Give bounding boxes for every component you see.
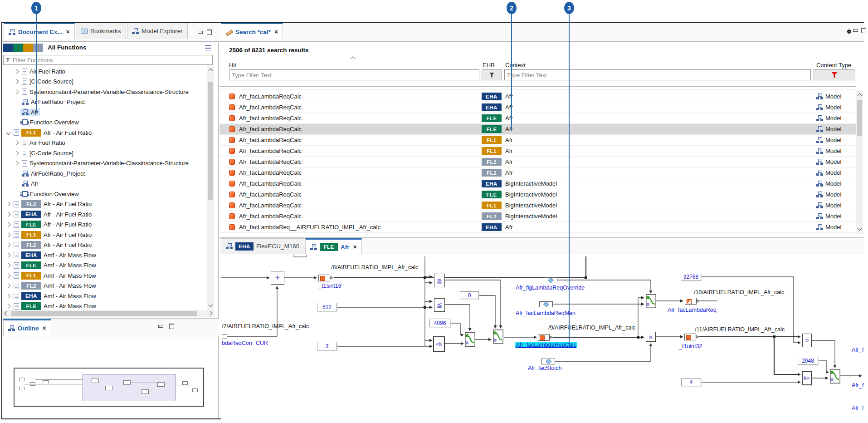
minimize-button[interactable] bbox=[158, 323, 163, 329]
expander-icon[interactable] bbox=[6, 273, 11, 278]
search-result-row[interactable]: Afr_facLambdaReqCalc EHA Afr Model bbox=[219, 91, 856, 102]
expander-icon[interactable] bbox=[15, 141, 19, 145]
tree-item[interactable]: [C-Code Source] bbox=[2, 77, 207, 87]
constant-512[interactable]: 512 bbox=[317, 303, 337, 311]
sequence-connector-10[interactable] bbox=[685, 298, 697, 305]
ehb-filter-button[interactable] bbox=[482, 69, 502, 80]
tree-item[interactable]: Function Overview bbox=[2, 118, 207, 128]
tree-item[interactable]: Afr bbox=[2, 107, 207, 118]
port-afr-facstoich[interactable] bbox=[541, 359, 555, 364]
explorer-tab[interactable]: Model Explorer × bbox=[127, 23, 188, 39]
expander-icon[interactable] bbox=[6, 294, 11, 298]
signal-out-1[interactable]: Afr_fl bbox=[852, 347, 864, 353]
search-result-row[interactable]: Afr_facLambdaReqCalc FL1 Afr Model bbox=[219, 135, 856, 146]
outline-thumbnail[interactable] bbox=[14, 368, 204, 407]
expander-icon[interactable] bbox=[6, 263, 11, 268]
tree-item[interactable]: AirFuelRatio_Project bbox=[2, 168, 207, 179]
scroll-up-icon[interactable] bbox=[209, 69, 213, 73]
scrollbar-thumb[interactable] bbox=[208, 82, 213, 200]
signal-req[interactable]: Afr_facLambdaReq bbox=[668, 307, 717, 313]
column-header-content-type[interactable]: Content Type bbox=[816, 62, 851, 69]
tree-item[interactable]: FLE Amf - Air Mass Flow bbox=[2, 261, 207, 271]
tree-item[interactable]: FLE Amf - Air Mass Flow bbox=[2, 301, 207, 310]
model-diagram-canvas[interactable]: + ≧ ≦ «k × > k» 512 3 0 bbox=[221, 254, 864, 420]
constant-0[interactable]: 0 bbox=[460, 291, 479, 299]
constant-32768[interactable]: 32768 bbox=[681, 273, 701, 281]
tree-vertical-scrollbar[interactable] bbox=[207, 66, 214, 310]
tree-item[interactable]: FLE Afr - Air Fuel Ratio bbox=[2, 220, 207, 230]
search-result-row[interactable]: Afr_facLambdaReqCalc FL2 BigInteractiveM… bbox=[219, 211, 856, 222]
tree-item[interactable]: FL2 Afr - Air Fuel Ratio bbox=[2, 240, 207, 251]
search-result-row[interactable]: Afr_facLambdaReqCalc FLE BigInteractiveM… bbox=[219, 189, 856, 200]
expander-icon[interactable] bbox=[6, 253, 11, 257]
minimize-button[interactable] bbox=[853, 27, 858, 33]
signal-override[interactable]: Afr_flgLambdaReqOverride bbox=[516, 285, 585, 291]
explorer-tab[interactable]: Document Ex... × bbox=[4, 23, 75, 39]
tab-search[interactable]: Search *cal* × bbox=[221, 23, 283, 39]
signal-t1sint16[interactable]: _t1sint16 bbox=[318, 283, 341, 289]
context-filter-input[interactable] bbox=[504, 69, 811, 80]
search-result-row[interactable]: Afr_facLambdaReqCalc EHA BigInteractiveM… bbox=[219, 178, 856, 189]
scroll-down-icon[interactable] bbox=[858, 226, 862, 231]
maximize-button[interactable] bbox=[861, 27, 866, 33]
tree-item[interactable]: FL1 Afr - Air Fuel Ratio bbox=[2, 128, 207, 138]
expander-icon[interactable] bbox=[6, 130, 11, 135]
expander-icon[interactable] bbox=[6, 212, 11, 216]
shift-left-block[interactable]: «k bbox=[433, 336, 445, 352]
view-menu-icon[interactable] bbox=[205, 45, 211, 50]
signal-out-3[interactable]: Afr_f bbox=[852, 405, 863, 411]
results-vertical-scrollbar[interactable] bbox=[856, 91, 863, 234]
editor-tab[interactable]: EHA FlexECU_M160 × bbox=[221, 238, 304, 254]
search-result-row[interactable]: Afr_facLambdaReq__AIRFUELRATIO_IMPL_Afr_… bbox=[219, 222, 856, 233]
tree-horizontal-scrollbar[interactable] bbox=[2, 310, 215, 317]
tree-item[interactable]: AirFuelRatio_Project bbox=[2, 97, 207, 108]
search-result-row[interactable]: Afr_facLambdaReqCalc FL1 Afr Model bbox=[219, 146, 856, 157]
tree-item[interactable]: Systemconstant-Parameter-Variable-Classi… bbox=[2, 87, 207, 97]
tree-item[interactable]: EHA Afr - Air Fuel Ratio bbox=[2, 209, 207, 220]
tree-item[interactable]: [C-Code Source] bbox=[2, 148, 207, 158]
close-icon[interactable]: × bbox=[353, 243, 357, 251]
explorer-tab[interactable]: Bookmarks × bbox=[76, 23, 126, 39]
close-icon[interactable]: × bbox=[43, 325, 46, 332]
tree-item[interactable]: FL2 Amf - Air Mass Flow bbox=[2, 281, 207, 291]
remove-filter-icon[interactable]: × bbox=[843, 25, 850, 33]
tree-item[interactable]: Air Fuel Ratio bbox=[2, 138, 207, 148]
tree-item[interactable]: EHA Amf - Air Mass Flow bbox=[2, 250, 207, 261]
greater-equal-block[interactable]: ≧ bbox=[434, 274, 445, 287]
signal-calc-highlighted[interactable]: Afr_facLambdaReqCalc bbox=[515, 342, 577, 348]
minimize-button[interactable] bbox=[197, 29, 203, 34]
expander-icon[interactable] bbox=[15, 69, 19, 74]
column-header-ehb[interactable]: EHB bbox=[483, 62, 495, 69]
search-result-row[interactable]: Afr_facLambdaReqCalc FL1 BigInteractiveM… bbox=[219, 200, 856, 211]
signal-stoich[interactable]: Afr_facStoich bbox=[528, 365, 561, 371]
sequence-connector-8[interactable] bbox=[318, 275, 330, 281]
search-result-row[interactable]: Afr_facLambdaReqCalc FL2 Afr Model bbox=[219, 167, 856, 178]
ref-label-8[interactable]: /8/AIRFUELRATIO_IMPL_Afr_calc bbox=[331, 264, 418, 271]
scroll-down-icon[interactable] bbox=[209, 303, 213, 307]
sequence-connector-11[interactable] bbox=[684, 334, 696, 340]
less-equal-block[interactable]: ≦ bbox=[434, 298, 445, 312]
content-type-filter-button[interactable] bbox=[814, 69, 855, 80]
port-afr-faclambdareqman[interactable] bbox=[539, 301, 553, 307]
search-result-row[interactable]: Afr_facLambdaReqCalc FLE Afr Model bbox=[219, 124, 856, 135]
ref-label-9[interactable]: /9/AIRFUELRATIO_IMPL_Afr_calc bbox=[548, 325, 635, 331]
greater-block[interactable]: > bbox=[802, 334, 812, 347]
scroll-left-icon[interactable] bbox=[5, 311, 9, 316]
constant-4[interactable]: 4 bbox=[681, 378, 701, 386]
tab-outline[interactable]: Outline × bbox=[3, 319, 51, 336]
ref-label-7[interactable]: /7/AIRFUELRATIO_IMPL_Afr_calc bbox=[222, 323, 309, 330]
signal-man[interactable]: Afr_facLambdaReqMan bbox=[516, 310, 575, 316]
scrollbar-thumb[interactable] bbox=[11, 311, 197, 316]
port-afr-flglambdareqoverride[interactable] bbox=[544, 277, 557, 283]
scroll-right-icon[interactable] bbox=[208, 311, 213, 316]
switch-block[interactable] bbox=[465, 332, 475, 347]
signal-bdareqcorr-cur[interactable]: bdaReqCorr_CUR bbox=[222, 340, 268, 346]
expander-icon[interactable] bbox=[6, 222, 11, 227]
expander-icon[interactable] bbox=[6, 232, 11, 237]
filter-functions-input[interactable] bbox=[13, 57, 210, 64]
expander-icon[interactable] bbox=[6, 243, 11, 247]
signal-t1uint32[interactable]: _t1uint32 bbox=[679, 343, 702, 349]
tree-item[interactable]: EHA Amf - Air Mass Flow bbox=[2, 291, 207, 301]
close-icon[interactable]: × bbox=[66, 28, 70, 35]
tree-item[interactable]: FL1 Amf - Air Mass Flow bbox=[2, 271, 207, 281]
